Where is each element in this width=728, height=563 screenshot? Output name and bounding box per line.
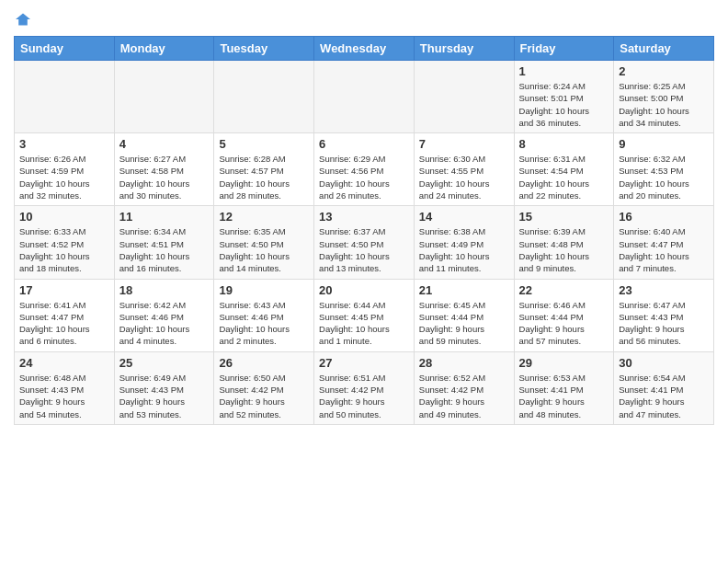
day-cell: 20Sunrise: 6:44 AM Sunset: 4:45 PM Dayli… <box>314 279 415 351</box>
calendar: SundayMondayTuesdayWednesdayThursdayFrid… <box>14 36 714 425</box>
week-row-5: 24Sunrise: 6:48 AM Sunset: 4:43 PM Dayli… <box>15 351 714 424</box>
day-number: 25 <box>119 356 210 370</box>
day-cell <box>414 61 514 133</box>
day-cell: 11Sunrise: 6:34 AM Sunset: 4:51 PM Dayli… <box>114 206 214 279</box>
day-number: 29 <box>519 356 609 370</box>
day-cell: 25Sunrise: 6:49 AM Sunset: 4:43 PM Dayli… <box>114 351 214 424</box>
page: SundayMondayTuesdayWednesdayThursdayFrid… <box>0 0 728 563</box>
day-cell: 7Sunrise: 6:30 AM Sunset: 4:55 PM Daylig… <box>414 133 514 206</box>
day-number: 7 <box>419 137 509 151</box>
day-cell: 22Sunrise: 6:46 AM Sunset: 4:44 PM Dayli… <box>514 279 614 351</box>
day-number: 10 <box>19 210 109 224</box>
day-number: 5 <box>219 137 309 151</box>
day-info: Sunrise: 6:27 AM Sunset: 4:58 PM Dayligh… <box>119 153 210 201</box>
day-number: 4 <box>119 137 210 151</box>
day-cell: 10Sunrise: 6:33 AM Sunset: 4:52 PM Dayli… <box>15 206 115 279</box>
day-cell: 24Sunrise: 6:48 AM Sunset: 4:43 PM Dayli… <box>15 351 115 424</box>
day-number: 11 <box>119 210 210 224</box>
day-info: Sunrise: 6:26 AM Sunset: 4:59 PM Dayligh… <box>19 153 109 201</box>
day-cell: 13Sunrise: 6:37 AM Sunset: 4:50 PM Dayli… <box>314 206 415 279</box>
day-number: 2 <box>619 64 709 78</box>
svg-marker-0 <box>16 13 30 25</box>
day-number: 17 <box>19 283 109 297</box>
day-number: 28 <box>419 356 509 370</box>
day-info: Sunrise: 6:29 AM Sunset: 4:56 PM Dayligh… <box>319 153 409 201</box>
day-cell <box>314 61 415 133</box>
week-row-4: 17Sunrise: 6:41 AM Sunset: 4:47 PM Dayli… <box>15 279 714 351</box>
day-info: Sunrise: 6:46 AM Sunset: 4:44 PM Dayligh… <box>519 299 609 348</box>
day-number: 8 <box>519 137 609 151</box>
day-number: 14 <box>419 210 509 224</box>
day-number: 22 <box>519 283 609 297</box>
day-info: Sunrise: 6:49 AM Sunset: 4:43 PM Dayligh… <box>119 372 210 420</box>
day-info: Sunrise: 6:53 AM Sunset: 4:41 PM Dayligh… <box>519 372 609 420</box>
day-cell: 9Sunrise: 6:32 AM Sunset: 4:53 PM Daylig… <box>614 133 714 206</box>
day-info: Sunrise: 6:25 AM Sunset: 5:00 PM Dayligh… <box>619 80 709 129</box>
header <box>14 9 714 29</box>
day-info: Sunrise: 6:40 AM Sunset: 4:47 PM Dayligh… <box>619 225 709 274</box>
day-cell: 27Sunrise: 6:51 AM Sunset: 4:42 PM Dayli… <box>314 351 415 424</box>
day-info: Sunrise: 6:33 AM Sunset: 4:52 PM Dayligh… <box>19 225 109 274</box>
day-info: Sunrise: 6:32 AM Sunset: 4:53 PM Dayligh… <box>619 153 709 201</box>
day-cell: 14Sunrise: 6:38 AM Sunset: 4:49 PM Dayli… <box>414 206 514 279</box>
day-cell: 12Sunrise: 6:35 AM Sunset: 4:50 PM Dayli… <box>214 206 314 279</box>
day-info: Sunrise: 6:30 AM Sunset: 4:55 PM Dayligh… <box>419 153 509 201</box>
day-cell: 16Sunrise: 6:40 AM Sunset: 4:47 PM Dayli… <box>614 206 714 279</box>
day-number: 13 <box>319 210 409 224</box>
col-header-friday: Friday <box>514 37 614 61</box>
day-info: Sunrise: 6:51 AM Sunset: 4:42 PM Dayligh… <box>319 372 409 420</box>
day-cell: 17Sunrise: 6:41 AM Sunset: 4:47 PM Dayli… <box>15 279 115 351</box>
day-number: 19 <box>219 283 309 297</box>
day-cell: 4Sunrise: 6:27 AM Sunset: 4:58 PM Daylig… <box>114 133 214 206</box>
day-cell: 26Sunrise: 6:50 AM Sunset: 4:42 PM Dayli… <box>214 351 314 424</box>
col-header-wednesday: Wednesday <box>314 37 415 61</box>
day-cell <box>214 61 314 133</box>
day-number: 1 <box>519 64 609 78</box>
day-number: 30 <box>619 356 709 370</box>
day-cell <box>15 61 115 133</box>
day-cell: 28Sunrise: 6:52 AM Sunset: 4:42 PM Dayli… <box>414 351 514 424</box>
day-number: 15 <box>519 210 609 224</box>
week-row-1: 1Sunrise: 6:24 AM Sunset: 5:01 PM Daylig… <box>15 61 714 133</box>
day-info: Sunrise: 6:37 AM Sunset: 4:50 PM Dayligh… <box>319 225 409 274</box>
day-info: Sunrise: 6:35 AM Sunset: 4:50 PM Dayligh… <box>219 225 309 274</box>
day-info: Sunrise: 6:54 AM Sunset: 4:41 PM Dayligh… <box>619 372 709 420</box>
day-cell: 2Sunrise: 6:25 AM Sunset: 5:00 PM Daylig… <box>614 61 714 133</box>
day-info: Sunrise: 6:44 AM Sunset: 4:45 PM Dayligh… <box>319 299 409 348</box>
day-number: 21 <box>419 283 509 297</box>
day-number: 24 <box>19 356 109 370</box>
logo <box>14 9 36 29</box>
day-cell: 21Sunrise: 6:45 AM Sunset: 4:44 PM Dayli… <box>414 279 514 351</box>
day-info: Sunrise: 6:52 AM Sunset: 4:42 PM Dayligh… <box>419 372 509 420</box>
day-cell: 1Sunrise: 6:24 AM Sunset: 5:01 PM Daylig… <box>514 61 614 133</box>
day-info: Sunrise: 6:42 AM Sunset: 4:46 PM Dayligh… <box>119 299 210 348</box>
day-cell: 15Sunrise: 6:39 AM Sunset: 4:48 PM Dayli… <box>514 206 614 279</box>
day-number: 20 <box>319 283 409 297</box>
day-info: Sunrise: 6:48 AM Sunset: 4:43 PM Dayligh… <box>19 372 109 420</box>
day-cell: 3Sunrise: 6:26 AM Sunset: 4:59 PM Daylig… <box>15 133 115 206</box>
day-cell: 5Sunrise: 6:28 AM Sunset: 4:57 PM Daylig… <box>214 133 314 206</box>
col-header-tuesday: Tuesday <box>214 37 314 61</box>
week-row-3: 10Sunrise: 6:33 AM Sunset: 4:52 PM Dayli… <box>15 206 714 279</box>
day-number: 18 <box>119 283 210 297</box>
day-info: Sunrise: 6:47 AM Sunset: 4:43 PM Dayligh… <box>619 299 709 348</box>
day-info: Sunrise: 6:43 AM Sunset: 4:46 PM Dayligh… <box>219 299 309 348</box>
header-row: SundayMondayTuesdayWednesdayThursdayFrid… <box>15 37 714 61</box>
day-info: Sunrise: 6:24 AM Sunset: 5:01 PM Dayligh… <box>519 80 609 129</box>
day-cell: 8Sunrise: 6:31 AM Sunset: 4:54 PM Daylig… <box>514 133 614 206</box>
logo-icon <box>14 12 32 27</box>
day-number: 26 <box>219 356 309 370</box>
day-number: 6 <box>319 137 409 151</box>
col-header-saturday: Saturday <box>614 37 714 61</box>
day-number: 27 <box>319 356 409 370</box>
day-info: Sunrise: 6:39 AM Sunset: 4:48 PM Dayligh… <box>519 225 609 274</box>
day-cell: 19Sunrise: 6:43 AM Sunset: 4:46 PM Dayli… <box>214 279 314 351</box>
day-info: Sunrise: 6:31 AM Sunset: 4:54 PM Dayligh… <box>519 153 609 201</box>
col-header-sunday: Sunday <box>15 37 115 61</box>
day-number: 16 <box>619 210 709 224</box>
day-number: 23 <box>619 283 709 297</box>
day-info: Sunrise: 6:28 AM Sunset: 4:57 PM Dayligh… <box>219 153 309 201</box>
col-header-monday: Monday <box>114 37 214 61</box>
day-info: Sunrise: 6:45 AM Sunset: 4:44 PM Dayligh… <box>419 299 509 348</box>
day-cell: 23Sunrise: 6:47 AM Sunset: 4:43 PM Dayli… <box>614 279 714 351</box>
